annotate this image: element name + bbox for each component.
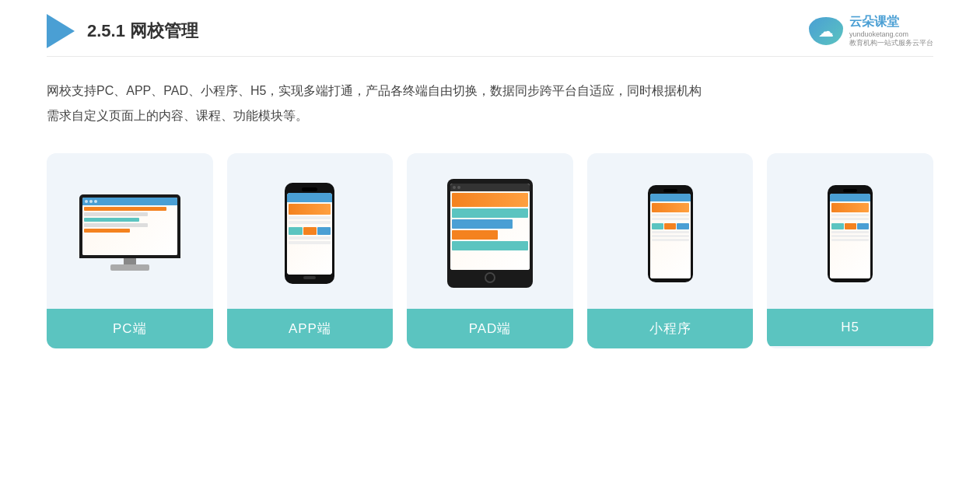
card-h5: H5 — [767, 153, 933, 348]
phone-mockup-app — [285, 183, 334, 284]
pc-mockup — [79, 194, 180, 272]
pc-bar-2 — [84, 212, 149, 216]
ph-row-3 — [289, 236, 331, 240]
card-h5-label: H5 — [767, 309, 933, 346]
sm-row-5-h5 — [831, 239, 869, 241]
pc-screen — [82, 198, 177, 255]
ph-row-4 — [289, 241, 331, 244]
sm-grid-1-mini — [652, 223, 663, 229]
tablet-screen-body — [450, 191, 530, 270]
sm-row-3-mini — [652, 231, 689, 233]
phone-mockup-miniprogram — [648, 185, 693, 282]
ph-grid — [289, 227, 331, 235]
tablet-mockup — [447, 179, 533, 288]
page: 2.5.1 网校管理 云朵课堂 yunduoketang.com 教育机构一站式… — [0, 0, 980, 490]
brand-cloud-icon — [809, 17, 843, 45]
phone-sm-top-mini — [650, 194, 691, 201]
card-app-label: APP端 — [227, 309, 394, 348]
phone-sm-notch-mini — [663, 189, 677, 192]
card-app-image — [227, 153, 394, 309]
brand-logo: 云朵课堂 yunduoketang.com 教育机构一站式服务云平台 — [809, 14, 933, 48]
pc-stand-base — [110, 264, 149, 271]
description: 网校支持PC、APP、PAD、小程序、H5，实现多端打通，产品各终端自由切换，数… — [47, 79, 933, 128]
card-h5-image — [767, 153, 933, 309]
tab-row-3 — [452, 230, 498, 240]
phone-sm-screen-h5 — [830, 194, 870, 278]
brand-text: 云朵课堂 yunduoketang.com 教育机构一站式服务云平台 — [849, 14, 933, 48]
description-line1: 网校支持PC、APP、PAD、小程序、H5，实现多端打通，产品各终端自由切换，数… — [47, 79, 933, 103]
ph-grid-2 — [303, 227, 317, 235]
phone-sm-body-mini — [650, 201, 691, 278]
sm-grid-mini — [652, 223, 689, 229]
phone-home — [303, 276, 316, 279]
phone-screen-top — [287, 193, 332, 202]
card-pad-label: PAD端 — [407, 309, 573, 348]
sm-banner-h5 — [831, 203, 869, 212]
pc-bar-5 — [84, 229, 130, 233]
brand-name: 云朵课堂 — [849, 14, 933, 30]
brand-site: yunduoketang.com — [849, 30, 933, 38]
card-miniprogram-label: 小程序 — [587, 309, 754, 348]
card-pc-image — [47, 153, 213, 309]
pc-stand-neck — [124, 258, 136, 264]
description-line2: 需求自定义页面上的内容、课程、功能模块等。 — [47, 103, 933, 128]
card-miniprogram-image — [587, 153, 754, 309]
sm-row-2-h5 — [831, 218, 869, 220]
phone-sm-body-h5 — [830, 201, 870, 278]
ph-banner — [289, 204, 331, 215]
pc-screen-top — [82, 198, 177, 205]
tab-banner — [452, 193, 528, 207]
sm-row-1-mini — [652, 214, 689, 216]
tab-row-1 — [452, 208, 528, 218]
pc-bar-1 — [84, 207, 166, 211]
pc-bar-3 — [84, 218, 139, 222]
tablet-screen-top — [450, 184, 530, 191]
card-pad: PAD端 — [407, 153, 573, 348]
sm-row-4-h5 — [831, 235, 869, 237]
phone-sm-top-h5 — [830, 194, 870, 201]
ph-grid-1 — [289, 227, 302, 235]
phone-mockup-h5 — [828, 185, 873, 282]
sm-grid-2-mini — [664, 223, 676, 229]
phone-screen-body — [287, 202, 332, 275]
tab-row-2 — [452, 219, 513, 229]
sm-row-4-mini — [652, 235, 689, 237]
sm-grid-1-h5 — [831, 223, 843, 229]
logo-triangle-icon — [47, 14, 75, 48]
phone-sm-screen-mini — [650, 194, 691, 278]
header: 2.5.1 网校管理 云朵课堂 yunduoketang.com 教育机构一站式… — [47, 0, 933, 57]
cards-container: PC端 — [47, 153, 933, 348]
ph-row-2 — [289, 221, 331, 224]
tablet-home — [485, 272, 495, 283]
pc-screen-body — [82, 205, 177, 255]
card-app: APP端 — [227, 153, 394, 348]
sm-grid-2-h5 — [845, 223, 856, 229]
tab-row-4 — [452, 241, 528, 250]
sm-row-1-h5 — [831, 214, 869, 216]
sm-grid-h5 — [831, 223, 869, 229]
card-pc-label: PC端 — [47, 309, 213, 348]
header-left: 2.5.1 网校管理 — [47, 14, 198, 48]
sm-row-2-mini — [652, 218, 689, 220]
phone-screen-app — [287, 193, 332, 275]
sm-grid-3-mini — [677, 223, 688, 229]
card-pad-image — [407, 153, 573, 309]
sm-grid-3-h5 — [857, 223, 869, 229]
sm-row-3-h5 — [831, 231, 869, 233]
ph-row-1 — [289, 216, 331, 219]
brand-tagline: 教育机构一站式服务云平台 — [849, 38, 933, 48]
sm-row-5-mini — [652, 239, 689, 241]
card-pc: PC端 — [47, 153, 213, 348]
sm-banner-mini — [652, 203, 689, 212]
phone-notch — [302, 187, 317, 191]
tablet-screen — [450, 184, 530, 270]
page-title: 2.5.1 网校管理 — [87, 19, 198, 43]
phone-sm-notch-h5 — [843, 189, 857, 192]
pc-bar-4 — [84, 223, 149, 227]
card-miniprogram: 小程序 — [587, 153, 754, 348]
pc-screen-frame — [79, 194, 180, 258]
ph-grid-3 — [317, 227, 331, 235]
